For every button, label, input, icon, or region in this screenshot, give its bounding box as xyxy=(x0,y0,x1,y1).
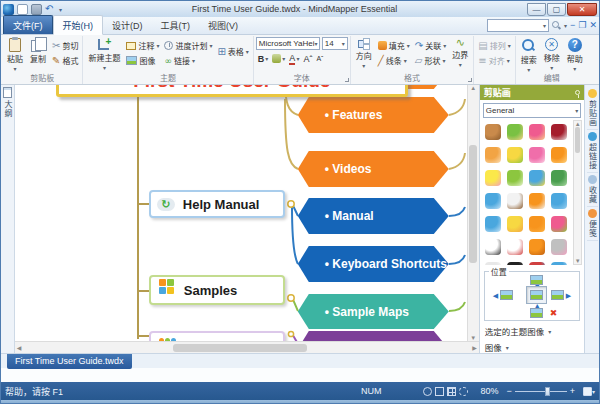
zoom-out-button[interactable]: − xyxy=(506,386,511,396)
topic-node-samples[interactable]: Samples xyxy=(149,275,285,305)
clipart-item-movie-camera[interactable] xyxy=(548,212,570,235)
scroll-left-arrow[interactable]: ◀ xyxy=(17,344,22,351)
search-icon[interactable] xyxy=(552,21,561,30)
clipart-item-guitar[interactable] xyxy=(482,120,504,143)
clipart-item-luggage-cart[interactable] xyxy=(504,212,526,235)
clipart-item-bowling[interactable] xyxy=(548,235,570,258)
horizontal-scroll-thumb[interactable] xyxy=(173,344,307,352)
clipart-scrollbar[interactable]: ▲ ▼ xyxy=(573,120,582,265)
format-dialog-launcher[interactable] xyxy=(468,78,472,82)
chevron-node-partial-bottom[interactable] xyxy=(298,331,449,341)
clipart-item-takeout-cup[interactable] xyxy=(526,189,548,212)
clipart-item-muffin[interactable] xyxy=(482,143,504,166)
link-button[interactable]: ∞ 链接 ▾ xyxy=(162,54,214,67)
central-topic-node[interactable]: First Time User Guide xyxy=(56,85,408,97)
document-tab[interactable]: First Time User Guide.twdx xyxy=(7,354,132,369)
zoom-in-button[interactable]: + xyxy=(570,386,575,396)
canvas-horizontal-scrollbar[interactable]: ◀ ▶ xyxy=(15,341,479,353)
selected-topic-image-dropdown[interactable]: 选定的主题图像 ▾ xyxy=(480,321,584,337)
outline-icon[interactable] xyxy=(3,87,12,98)
clipart-item-camera[interactable] xyxy=(548,189,570,212)
full-screen-icon[interactable] xyxy=(583,387,592,396)
clipart-item-basketball[interactable] xyxy=(526,235,548,258)
highlight-button[interactable]: ▾ xyxy=(270,52,287,65)
tab-file[interactable]: 文件(F) xyxy=(3,15,53,34)
clipart-item-cupcake[interactable] xyxy=(482,166,504,189)
tab-view[interactable]: 视图(V) xyxy=(199,16,247,34)
fill-button[interactable]: 填充 ▾ xyxy=(376,39,412,52)
remove-image-icon[interactable]: ✖ xyxy=(550,308,558,318)
grow-font-button[interactable]: Aˆ xyxy=(301,52,314,65)
font-family-combo[interactable]: Microsoft YaHei ▾ xyxy=(256,37,320,50)
tab-design[interactable]: 设计(D) xyxy=(103,16,152,34)
clipart-category-combo[interactable]: General ▾ xyxy=(483,103,581,118)
clipart-item-birthday-cake[interactable] xyxy=(548,143,570,166)
panel-tab-globe[interactable]: 超链接 xyxy=(587,130,598,173)
zoom-slider-thumb[interactable] xyxy=(545,387,550,396)
position-left-icon[interactable] xyxy=(500,290,513,300)
font-dialog-launcher[interactable] xyxy=(345,78,349,82)
clipart-item-gift-box[interactable] xyxy=(504,166,526,189)
map-canvas[interactable]: First Time User Guide • Features • Video… xyxy=(15,85,467,341)
fit-map-icon[interactable] xyxy=(447,387,456,396)
line-button[interactable]: ╱ 线条 ▾ xyxy=(376,54,412,67)
search-dropdown-caret[interactable]: ▾ xyxy=(564,22,567,29)
clipart-item-music-note[interactable] xyxy=(526,212,548,235)
clipart-item-heart-hand[interactable] xyxy=(526,120,548,143)
image-button[interactable]: 图像 xyxy=(124,54,161,67)
doc-close-icon[interactable]: ✕ xyxy=(589,21,597,30)
topic-node-collaboration[interactable]: Collaboration xyxy=(149,331,285,341)
fit-screen-icon[interactable] xyxy=(435,387,444,396)
help-button[interactable]: 帮助 ▾ xyxy=(564,37,586,73)
table-button[interactable]: ⊞ 表格 ▾ xyxy=(215,45,250,58)
clipart-item-billiard-ball[interactable] xyxy=(504,258,526,265)
clipart-item-mountains[interactable] xyxy=(548,166,570,189)
panel-tab-thumb[interactable]: 收藏 xyxy=(587,173,598,207)
paste-button[interactable]: 粘贴 ▾ xyxy=(4,37,26,73)
clipart-item-soccer-ball[interactable] xyxy=(482,235,504,258)
clipart-item-train[interactable] xyxy=(526,258,548,265)
clipart-item-shopping-cart[interactable] xyxy=(482,212,504,235)
remove-button[interactable]: ✕ 移除 ▾ xyxy=(541,37,563,72)
close-button[interactable]: ✕ xyxy=(567,3,597,16)
view-mode-caret[interactable]: ▾ xyxy=(592,388,595,395)
note-button[interactable]: 注释 ▾ xyxy=(124,39,161,52)
chevron-node-sample-maps[interactable]: • Sample Maps xyxy=(298,294,449,329)
clipart-item-seedling-hand[interactable] xyxy=(504,120,526,143)
clipart-item-volleyball[interactable] xyxy=(482,258,504,265)
clipart-item-balloons[interactable] xyxy=(504,143,526,166)
boundary-button[interactable]: ∿ 边界 ▾ xyxy=(449,37,471,69)
zoom-slider[interactable] xyxy=(515,391,567,392)
clipart-scroll-down-arrow[interactable]: ▼ xyxy=(575,258,581,264)
pin-icon[interactable] xyxy=(575,90,580,95)
relation-button[interactable]: ↷ 关联 ▾ xyxy=(413,39,448,52)
topic-node-help-manual[interactable]: Help Manual xyxy=(149,190,285,218)
scroll-up-arrow[interactable]: ▲ xyxy=(470,85,476,91)
clipart-item-sofa-bed[interactable] xyxy=(482,189,504,212)
clipart-item-bus[interactable] xyxy=(548,258,570,265)
format-painter-button[interactable]: ✎ 格式 xyxy=(50,54,80,67)
ribbon-search-input[interactable]: ▾ xyxy=(487,19,549,32)
font-size-combo[interactable]: 14 ▾ xyxy=(322,37,348,50)
minimize-button[interactable]: — xyxy=(527,3,546,16)
clipart-scroll-thumb[interactable] xyxy=(575,127,580,153)
chevron-node-manual[interactable]: • Manual xyxy=(298,198,449,234)
maximize-button[interactable]: ▢ xyxy=(547,3,566,16)
clipart-item-strawberry-cake[interactable] xyxy=(526,143,548,166)
font-color-button[interactable]: A▾ xyxy=(287,52,301,65)
search-button[interactable]: 搜索 ▾ xyxy=(518,37,540,74)
scroll-right-arrow[interactable]: ▶ xyxy=(472,344,477,351)
tab-tools[interactable]: 工具(T) xyxy=(152,16,200,34)
position-right-icon[interactable] xyxy=(551,290,564,300)
save-icon[interactable] xyxy=(31,4,42,15)
zoom-dialog-icon[interactable] xyxy=(423,387,432,396)
clipart-item-baseball[interactable] xyxy=(504,235,526,258)
bold-button[interactable]: B▾ xyxy=(256,52,271,65)
new-document-icon[interactable] xyxy=(17,4,28,15)
doc-minimize-icon[interactable]: − xyxy=(570,21,575,30)
vertical-scroll-thumb[interactable] xyxy=(469,145,477,263)
copy-button[interactable]: 复制 xyxy=(27,37,49,65)
cut-button[interactable]: ✂ 剪切 xyxy=(50,39,80,52)
panel-tab-smiley[interactable]: 剪贴画 xyxy=(587,87,598,130)
shrink-font-button[interactable]: Aˇ xyxy=(314,52,325,65)
